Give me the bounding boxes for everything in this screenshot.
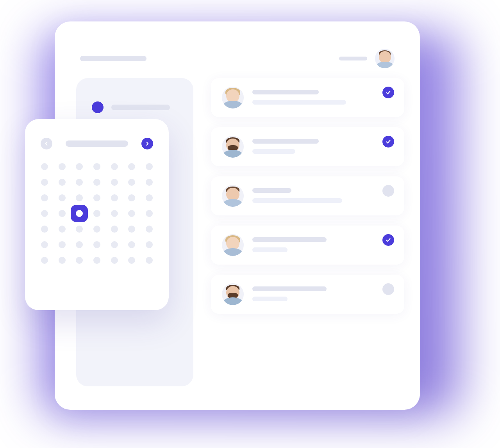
calendar-day[interactable] (128, 194, 135, 201)
calendar-day[interactable] (93, 210, 100, 217)
list-item[interactable]: placeholder-person-3 (211, 176, 404, 215)
calendar-day[interactable] (59, 241, 66, 248)
calendar-day[interactable] (93, 163, 100, 170)
calendar-day[interactable] (93, 257, 100, 264)
list-item-title: placeholder-person-3 (252, 188, 291, 193)
calendar-day[interactable] (76, 257, 83, 264)
calendar-day-selected[interactable] (71, 205, 88, 222)
list-item-subtitle (252, 297, 288, 301)
list-item-subtitle (252, 100, 346, 105)
avatar (222, 87, 244, 108)
header: placeholder-title placeholder-user (80, 49, 395, 68)
calendar-day[interactable] (93, 194, 100, 201)
list-item[interactable]: placeholder-person-4 (211, 226, 404, 265)
calendar-day[interactable] (128, 226, 135, 233)
list-item-subtitle (252, 247, 288, 252)
check-icon[interactable] (382, 136, 394, 148)
calendar-day[interactable] (41, 257, 48, 264)
calendar-widget: placeholder-month (25, 119, 169, 310)
sidebar-item-1[interactable]: placeholder-item-1 (92, 101, 178, 113)
calendar-day[interactable] (59, 210, 66, 217)
calendar-day[interactable] (93, 226, 100, 233)
sidebar-item-label: placeholder-item-1 (111, 105, 170, 110)
check-icon[interactable] (382, 234, 394, 246)
calendar-day[interactable] (111, 194, 118, 201)
sidebar-dot-icon (92, 101, 104, 113)
list-item[interactable]: placeholder-person-5 (211, 275, 404, 314)
page-title: placeholder-title (80, 56, 146, 61)
calendar-day[interactable] (128, 210, 135, 217)
calendar-day[interactable] (146, 194, 153, 201)
calendar-day[interactable] (76, 179, 83, 186)
avatar (222, 234, 244, 256)
calendar-day[interactable] (128, 179, 135, 186)
calendar-day[interactable] (41, 226, 48, 233)
calendar-day[interactable] (41, 210, 48, 217)
calendar-day[interactable] (111, 257, 118, 264)
calendar-day[interactable] (146, 179, 153, 186)
calendar-day[interactable] (59, 257, 66, 264)
calendar-day[interactable] (111, 179, 118, 186)
calendar-day[interactable] (59, 163, 66, 170)
avatar (222, 283, 244, 305)
calendar-day[interactable] (41, 163, 48, 170)
calendar-day[interactable] (128, 257, 135, 264)
calendar-day[interactable] (111, 163, 118, 170)
user-label: placeholder-user (339, 57, 367, 60)
calendar-day[interactable] (146, 163, 153, 170)
calendar-day[interactable] (76, 226, 83, 233)
calendar-day[interactable] (146, 241, 153, 248)
list-item-subtitle (252, 198, 342, 203)
calendar-month-label: placeholder-month (66, 140, 128, 147)
calendar-day[interactable] (76, 241, 83, 248)
list-item-title: placeholder-person-1 (252, 90, 319, 94)
calendar-day[interactable] (111, 210, 118, 217)
calendar-day[interactable] (93, 179, 100, 186)
calendar-day[interactable] (59, 194, 66, 201)
calendar-day[interactable] (41, 194, 48, 201)
calendar-day[interactable] (128, 241, 135, 248)
calendar-day[interactable] (146, 257, 153, 264)
status-dot-icon[interactable] (382, 185, 394, 197)
calendar-day[interactable] (41, 241, 48, 248)
calendar-day[interactable] (146, 210, 153, 217)
calendar-next-button[interactable] (141, 138, 153, 149)
calendar-prev-button[interactable] (41, 138, 52, 149)
list-item[interactable]: placeholder-person-2 (211, 127, 404, 166)
calendar-day[interactable] (111, 241, 118, 248)
list-item-title: placeholder-person-2 (252, 139, 319, 144)
status-dot-icon[interactable] (382, 283, 394, 295)
calendar-day[interactable] (146, 226, 153, 233)
avatar (222, 136, 244, 158)
calendar-day[interactable] (93, 241, 100, 248)
calendar-day[interactable] (128, 163, 135, 170)
list-item[interactable]: placeholder-person-1 (211, 78, 404, 117)
calendar-grid (41, 163, 153, 264)
avatar[interactable] (375, 49, 395, 68)
list-cards: placeholder-person-1placeholder-person-2… (211, 78, 404, 314)
calendar-day[interactable] (111, 226, 118, 233)
check-icon[interactable] (382, 87, 394, 98)
calendar-day[interactable] (59, 226, 66, 233)
calendar-day[interactable] (41, 179, 48, 186)
calendar-day[interactable] (59, 179, 66, 186)
list-item-title: placeholder-person-5 (252, 286, 327, 291)
list-item-title: placeholder-person-4 (252, 237, 327, 242)
calendar-day[interactable] (76, 163, 83, 170)
avatar (222, 185, 244, 207)
calendar-day[interactable] (76, 194, 83, 201)
list-item-subtitle (252, 149, 295, 154)
